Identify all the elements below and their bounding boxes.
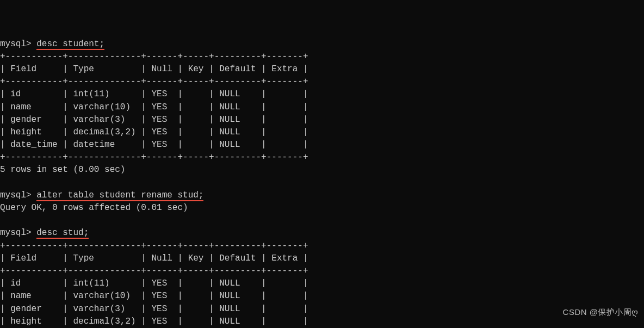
command-desc-stud: desc stud; [36, 228, 89, 239]
table-border: +-----------+--------------+------+-----… [0, 241, 308, 251]
table-border: +-----------+--------------+------+-----… [0, 266, 308, 276]
table-row: | height | decimal(3,2) | YES | | NULL |… [0, 127, 308, 137]
table-header: | Field | Type | Null | Key | Default | … [0, 64, 308, 74]
table-row: | name | varchar(10) | YES | | NULL | | [0, 102, 308, 112]
command-alter-table: alter table student rename stud; [36, 190, 203, 201]
table-row: | id | int(11) | YES | | NULL | | [0, 279, 308, 288]
command-desc-student: desc student; [36, 39, 104, 50]
table-border: +-----------+--------------+------+-----… [0, 52, 308, 61]
table-row: | id | int(11) | YES | | NULL | | [0, 89, 308, 99]
table-row: | date_time | datetime | YES | | NULL | … [0, 140, 308, 150]
table-row: | gender | varchar(3) | YES | | NULL | | [0, 304, 308, 314]
rows-in-set: 5 rows in set (0.00 sec) [0, 165, 125, 175]
table-row: | name | varchar(10) | YES | | NULL | | [0, 291, 308, 301]
watermark: CSDN @保护小周ღ [563, 306, 639, 318]
prompt: mysql> [0, 228, 32, 238]
query-ok: Query OK, 0 rows affected (0.01 sec) [0, 203, 188, 213]
table-border: +-----------+--------------+------+-----… [0, 152, 308, 162]
terminal-output: mysql> desc student; +-----------+------… [0, 38, 644, 328]
table-header: | Field | Type | Null | Key | Default | … [0, 253, 308, 263]
prompt: mysql> [0, 190, 32, 200]
prompt: mysql> [0, 39, 32, 49]
table-row: | gender | varchar(3) | YES | | NULL | | [0, 115, 308, 125]
table-row: | height | decimal(3,2) | YES | | NULL |… [0, 317, 308, 326]
table-border: +-----------+--------------+------+-----… [0, 77, 308, 86]
